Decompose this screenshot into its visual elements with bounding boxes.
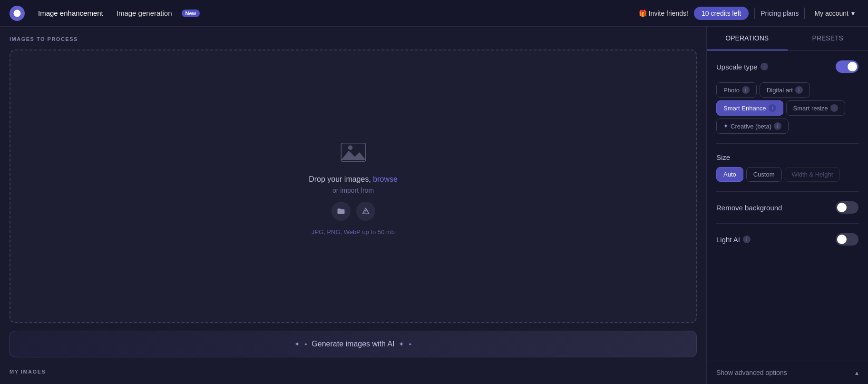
- section-separator-1: [716, 143, 858, 144]
- light-ai-toggle[interactable]: [836, 233, 858, 246]
- chevron-up-icon: ▴: [855, 369, 858, 376]
- size-option-custom[interactable]: Custom: [746, 167, 782, 182]
- invite-friends-button[interactable]: 🎁 Invite friends!: [633, 7, 694, 20]
- right-panel: OPERATIONS PRESETS Upscale type i Photo …: [706, 27, 868, 384]
- my-account-menu[interactable]: My account ▾: [810, 7, 858, 20]
- option-smart-resize[interactable]: Smart resize i: [786, 100, 845, 116]
- smart-resize-info-icon[interactable]: i: [830, 104, 838, 112]
- new-badge: New: [182, 10, 200, 17]
- nav-image-generation[interactable]: Image generation: [111, 6, 178, 20]
- panel-content: Upscale type i Photo i Digital art i: [707, 51, 868, 361]
- size-option-width-height[interactable]: Width & Height: [785, 167, 840, 182]
- folder-icon: [336, 207, 346, 216]
- my-images-title: MY IMAGES: [10, 369, 697, 374]
- remove-background-label: Remove background: [716, 204, 782, 212]
- section-separator-3: [716, 223, 858, 224]
- left-panel: IMAGES TO PROCESS Drop your images, brow…: [0, 27, 706, 384]
- upscale-type-toggle[interactable]: [836, 60, 858, 73]
- section-separator-2: [716, 191, 858, 192]
- header-divider-2: [804, 8, 805, 19]
- creative-info-icon[interactable]: i: [774, 122, 781, 130]
- option-creative-beta[interactable]: ✦ Creative (beta) i: [716, 118, 789, 134]
- svg-point-0: [14, 10, 21, 17]
- generate-btn-label: Generate images with AI: [312, 340, 394, 348]
- drop-or-text: or import from: [332, 187, 374, 194]
- remove-background-row: Remove background: [716, 201, 858, 214]
- image-dropzone[interactable]: Drop your images, browse or import from: [10, 49, 697, 323]
- tab-operations[interactable]: OPERATIONS: [707, 27, 788, 50]
- tab-presets[interactable]: PRESETS: [788, 27, 868, 50]
- light-ai-info-icon[interactable]: i: [743, 236, 751, 243]
- show-advanced-label: Show advanced options: [716, 369, 787, 376]
- option-smart-enhance[interactable]: Smart Enhance i: [716, 100, 783, 116]
- upscale-type-label: Upscale type i: [716, 63, 768, 71]
- size-option-auto[interactable]: Auto: [716, 167, 743, 182]
- size-label: Size: [716, 153, 858, 161]
- smart-enhance-info-icon[interactable]: i: [769, 104, 776, 112]
- upscale-type-row: Upscale type i: [716, 60, 858, 73]
- remove-background-toggle[interactable]: [836, 201, 858, 214]
- digital-art-info-icon[interactable]: i: [795, 86, 803, 94]
- drop-main-text: Drop your images, browse: [309, 175, 398, 184]
- app-header: Image enhancement Image generation New 🎁…: [0, 0, 868, 27]
- file-types-text: JPG, PNG, WebP up to 50 mb: [312, 228, 395, 236]
- option-digital-art[interactable]: Digital art i: [760, 82, 810, 98]
- show-advanced-options[interactable]: Show advanced options ▴: [707, 361, 868, 384]
- main-layout: IMAGES TO PROCESS Drop your images, brow…: [0, 27, 868, 384]
- credits-button[interactable]: 10 credits left: [694, 7, 749, 20]
- upscale-options-group: Photo i Digital art i Smart Enhance i Sm…: [716, 82, 858, 134]
- chevron-down-icon: ▾: [851, 10, 855, 17]
- header-divider: [754, 8, 755, 19]
- sparkle-icon-right2: ✦: [408, 342, 412, 347]
- light-ai-label: Light AI i: [716, 236, 751, 244]
- size-options-group: Auto Custom Width & Height: [716, 167, 858, 182]
- images-section-title: IMAGES TO PROCESS: [10, 36, 697, 42]
- sparkle-icon-right: ✦: [399, 340, 404, 348]
- photo-info-icon[interactable]: i: [742, 86, 750, 94]
- import-folder-button[interactable]: [332, 202, 351, 221]
- my-account-label: My account: [814, 10, 848, 17]
- option-photo[interactable]: Photo i: [716, 82, 757, 98]
- svg-point-1: [348, 146, 352, 150]
- nav-image-enhancement[interactable]: Image enhancement: [32, 6, 109, 20]
- browse-link[interactable]: browse: [373, 175, 398, 183]
- pricing-plans-link[interactable]: Pricing plans: [761, 10, 799, 17]
- sparkle-icon-left2: ✦: [304, 342, 308, 347]
- light-ai-row: Light AI i: [716, 233, 858, 246]
- drive-icon: [361, 207, 371, 216]
- creative-sparkle-icon: ✦: [723, 123, 728, 129]
- generate-images-button[interactable]: ✦ ✦ Generate images with AI ✦ ✦: [10, 331, 697, 357]
- drop-icon: [338, 137, 369, 167]
- panel-tabs: OPERATIONS PRESETS: [707, 27, 868, 51]
- upscale-type-info-icon[interactable]: i: [761, 63, 768, 70]
- sparkle-icon-left: ✦: [294, 340, 300, 348]
- import-drive-button[interactable]: [356, 202, 375, 221]
- app-logo: [10, 6, 25, 21]
- main-nav: Image enhancement Image generation New: [32, 6, 200, 20]
- import-icons-row: [332, 202, 375, 221]
